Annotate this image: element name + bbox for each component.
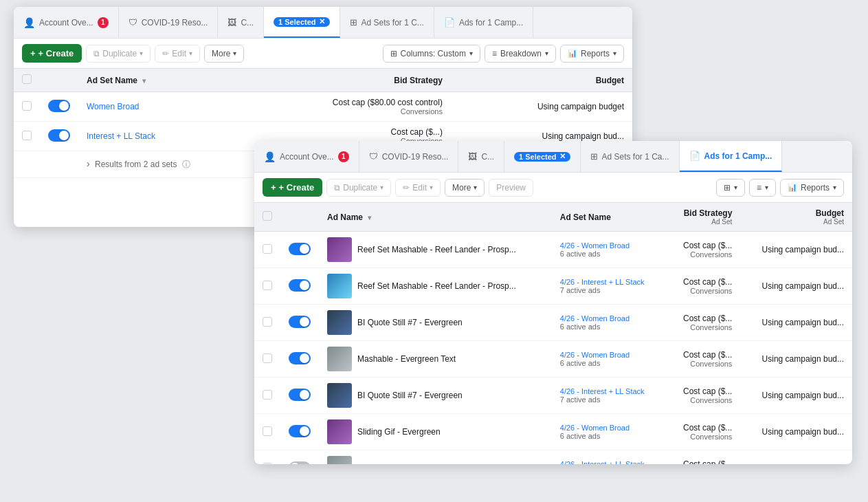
back-col-bid-strategy: Bid Strategy: [228, 69, 451, 92]
front-row2-adset: 4/26 - Women Broad 6 active ads: [552, 305, 666, 341]
front-row6-checkbox[interactable]: [263, 463, 272, 465]
back-tab-c[interactable]: 🖼 C...: [218, 7, 264, 38]
back-tab-covid[interactable]: 🛡 COVID-19 Reso...: [119, 7, 219, 38]
back-more-button[interactable]: More ▾: [204, 45, 244, 63]
front-col-check: [254, 203, 280, 232]
front-row5-checkbox[interactable]: [263, 426, 272, 436]
front-window: 👤 Account Ove... 1 🛡 COVID-19 Reso... 🖼 …: [254, 141, 852, 464]
front-row4-toggle[interactable]: [289, 389, 311, 401]
back-breakdown-button[interactable]: ≡ Breakdown ▾: [485, 45, 556, 63]
front-row4-ad-name: BI Quote Still #7 - Evergreen: [357, 391, 463, 400]
row2-toggle[interactable]: [48, 129, 70, 142]
front-selected-badge: 1 Selected ✕: [514, 152, 570, 162]
front-preview-button[interactable]: Preview: [489, 179, 533, 197]
front-row6-adset-link[interactable]: 4/26 - Interest + LL Stack: [560, 460, 658, 464]
front-row0-adset-link[interactable]: 4/26 - Women Broad: [560, 241, 658, 250]
front-table-container: Ad Name ▾ Ad Set Name Bid Strategy Ad Se…: [254, 203, 852, 464]
header-checkbox[interactable]: [22, 74, 32, 84]
front-tab-adsets[interactable]: ⊞ Ad Sets for 1 Ca...: [581, 141, 680, 172]
front-tab-ads[interactable]: 📄 Ads for 1 Camp...: [680, 141, 783, 172]
row1-adset-name-link[interactable]: Women Broad: [87, 102, 139, 111]
front-table-row: BI Quote Still #7 - Evergreen 4/26 - Wom…: [254, 305, 852, 341]
front-row5-toggle[interactable]: [289, 425, 311, 437]
back-tab-adsets[interactable]: ⊞ Ad Sets for 1 C...: [340, 7, 434, 38]
front-tab-ads-label: Ads for 1 Camp...: [704, 151, 772, 161]
front-row4-adset-link[interactable]: 4/26 - Interest + LL Stack: [560, 387, 658, 395]
front-row6-toggle[interactable]: [289, 461, 311, 465]
row1-bid: Cost cap ($80.00 cost control) Conversio…: [228, 92, 451, 122]
front-row1-toggle[interactable]: [289, 279, 311, 292]
back-tab-bar: 👤 Account Ove... 1 🛡 COVID-19 Reso... 🖼 …: [14, 7, 632, 39]
back-duplicate-button[interactable]: ⧉ Duplicate ▾: [86, 45, 151, 63]
front-layout-icon: ≡: [757, 183, 761, 193]
front-row1-adset-link[interactable]: 4/26 - Interest + LL Stack: [560, 278, 658, 286]
shield-icon-2: 🛡: [369, 151, 378, 162]
plus-icon: +: [30, 48, 36, 58]
front-row5-adset-link[interactable]: 4/26 - Women Broad: [560, 424, 658, 432]
back-edit-label: Edit: [172, 49, 186, 58]
front-row2-thumbnail: [327, 310, 352, 335]
front-row3-budget: Using campaign bud...: [740, 341, 852, 378]
front-tab-c[interactable]: 🖼 C...: [458, 141, 504, 172]
back-tab-close-icon[interactable]: ✕: [319, 18, 325, 25]
front-row1-checkbox[interactable]: [263, 281, 272, 290]
front-row1-thumbnail: [327, 274, 352, 298]
row2-checkbox[interactable]: [22, 131, 32, 140]
expand-icon[interactable]: ›: [87, 158, 90, 169]
columns-icon: ⊞: [390, 49, 397, 58]
front-row4-checkbox[interactable]: [263, 390, 272, 400]
front-more-button[interactable]: More ▾: [445, 179, 485, 197]
front-table-row: Reef Set Mashable - Reef Lander - Prosp.…: [254, 268, 852, 305]
front-row3-bid: Cost cap ($... Conversions: [666, 341, 740, 378]
front-edit-button[interactable]: ✏ Edit ▾: [395, 179, 441, 197]
front-row6-ad-name-cell: Mashable - Evergreen Text: [327, 456, 544, 464]
back-reports-button[interactable]: 📊 Reports ▾: [560, 45, 624, 63]
front-row0-ad-name: Reef Set Mashable - Reef Lander - Prosp.…: [357, 245, 516, 254]
front-row4-ad-name-cell: BI Quote Still #7 - Evergreen: [327, 383, 544, 408]
front-tab-covid-label: COVID-19 Reso...: [382, 152, 449, 162]
front-tab-account[interactable]: 👤 Account Ove... 1: [254, 141, 359, 172]
front-header-checkbox[interactable]: [263, 211, 272, 221]
back-create-button[interactable]: + + Create: [22, 44, 82, 63]
front-row4-thumbnail: [327, 383, 352, 408]
more-chevron-icon: ▾: [233, 50, 236, 57]
front-col-bid: Bid Strategy Ad Set: [666, 203, 740, 232]
front-row0-toggle[interactable]: [289, 243, 311, 255]
copy-icon: ⧉: [93, 49, 100, 58]
row2-adset-name-link[interactable]: Interest + LL Stack: [87, 131, 155, 141]
front-table-row: Mashable - Evergreen Text 4/26 - Women B…: [254, 341, 852, 378]
doc-icon-2: 📄: [689, 151, 700, 161]
back-tab-ads[interactable]: 📄 Ads for 1 Camp...: [434, 7, 533, 38]
back-breakdown-label: Breakdown: [500, 49, 542, 58]
front-row2-toggle[interactable]: [289, 316, 311, 328]
front-row3-adset-link[interactable]: 4/26 - Women Broad: [560, 351, 658, 359]
row1-checkbox[interactable]: [22, 101, 32, 111]
front-duplicate-button[interactable]: ⧉ Duplicate ▾: [326, 179, 391, 197]
front-columns-button[interactable]: ⊞ ▾: [716, 179, 745, 197]
front-row0-checkbox[interactable]: [263, 244, 272, 254]
back-tab-account-ove[interactable]: 👤 Account Ove... 1: [14, 7, 119, 38]
front-layout-button[interactable]: ≡ ▾: [749, 179, 776, 197]
front-more-label: More: [452, 183, 471, 193]
front-row0-ad-name-cell: Reef Set Mashable - Reef Lander - Prosp.…: [327, 237, 544, 262]
front-tab-selected[interactable]: 1 Selected ✕: [504, 141, 580, 172]
back-edit-button[interactable]: ✏ Edit ▾: [155, 45, 200, 63]
back-tab-selected[interactable]: 1 Selected ✕: [264, 7, 340, 38]
front-row6-adset: 4/26 - Interest + LL Stack 7 active ads: [552, 450, 666, 465]
back-selected-badge: 1 Selected ✕: [274, 17, 329, 27]
front-reports-button[interactable]: 📊 Reports ▾: [780, 179, 844, 197]
front-tab-covid[interactable]: 🛡 COVID-19 Reso...: [359, 141, 459, 172]
front-preview-label: Preview: [496, 183, 526, 193]
front-row3-checkbox[interactable]: [263, 353, 272, 363]
front-row2-adset-link[interactable]: 4/26 - Women Broad: [560, 314, 658, 323]
front-row4-budget: Using campaign bud...: [740, 378, 852, 414]
front-reports-label: Reports: [801, 183, 830, 193]
back-columns-button[interactable]: ⊞ Columns: Custom ▾: [383, 45, 480, 63]
front-row3-toggle[interactable]: [289, 352, 311, 364]
row1-toggle[interactable]: [48, 100, 70, 112]
front-row2-checkbox[interactable]: [263, 317, 272, 327]
front-tab-close-icon[interactable]: ✕: [559, 153, 566, 160]
copy-icon-2: ⧉: [334, 183, 340, 193]
front-duplicate-label: Duplicate: [343, 183, 377, 193]
front-create-button[interactable]: + + Create: [263, 178, 322, 197]
